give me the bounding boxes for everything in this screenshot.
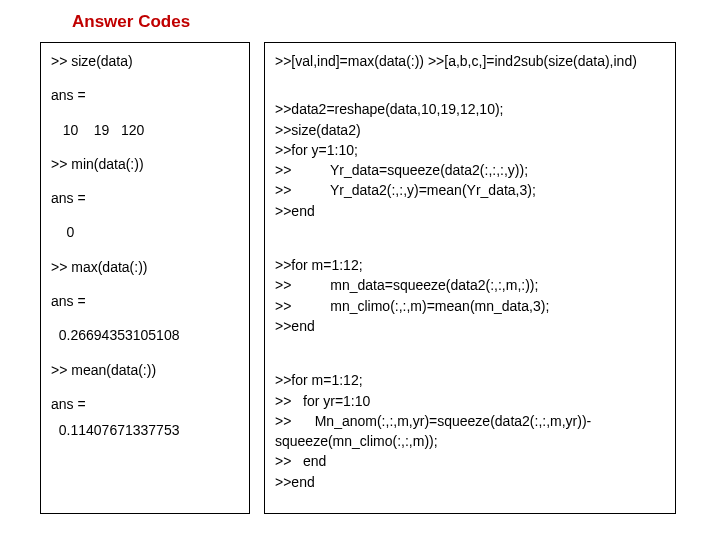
- code-line: 10 19 120: [51, 120, 239, 140]
- code-line: >>data2=reshape(data,10,19,12,10);: [275, 99, 665, 119]
- code-line: ans =: [51, 394, 239, 414]
- code-line: >>[val,ind]=max(data(:)) >>[a,b,c,]=ind2…: [275, 51, 665, 71]
- page-title: Answer Codes: [0, 0, 720, 42]
- code-line: >> for yr=1:10: [275, 391, 665, 411]
- code-line: 0: [51, 222, 239, 242]
- columns: >> size(data) ans = 10 19 120 >> min(dat…: [0, 42, 720, 514]
- code-line: ans =: [51, 85, 239, 105]
- code-line: >>size(data2): [275, 120, 665, 140]
- code-line: 0.11407671337753: [51, 420, 239, 440]
- code-line: >>for y=1:10;: [275, 140, 665, 160]
- code-line: >>for m=1:12;: [275, 255, 665, 275]
- code-line: >> max(data(:)): [51, 257, 239, 277]
- code-line: >> Yr_data2(:,:,y)=mean(Yr_data,3);: [275, 180, 665, 200]
- code-line: >> size(data): [51, 51, 239, 71]
- code-line: >> mean(data(:)): [51, 360, 239, 380]
- code-line: ans =: [51, 291, 239, 311]
- code-line: >> Mn_anom(:,:,m,yr)=squeeze(data2(:,:,m…: [275, 411, 665, 431]
- left-column: >> size(data) ans = 10 19 120 >> min(dat…: [40, 42, 250, 514]
- code-line: >>end: [275, 472, 665, 492]
- code-line: >> Yr_data=squeeze(data2(:,:,:,y));: [275, 160, 665, 180]
- code-line: >>for m=1:12;: [275, 370, 665, 390]
- code-line: >> mn_climo(:,:,m)=mean(mn_data,3);: [275, 296, 665, 316]
- code-line: >> min(data(:)): [51, 154, 239, 174]
- right-column: >>[val,ind]=max(data(:)) >>[a,b,c,]=ind2…: [264, 42, 676, 514]
- code-line: >> mn_data=squeeze(data2(:,:,m,:));: [275, 275, 665, 295]
- code-line: >> end: [275, 451, 665, 471]
- code-line: >>end: [275, 316, 665, 336]
- code-line: 0.26694353105108: [51, 325, 239, 345]
- code-line: squeeze(mn_climo(:,:,m));: [275, 431, 665, 451]
- code-line: ans =: [51, 188, 239, 208]
- code-line: >>end: [275, 201, 665, 221]
